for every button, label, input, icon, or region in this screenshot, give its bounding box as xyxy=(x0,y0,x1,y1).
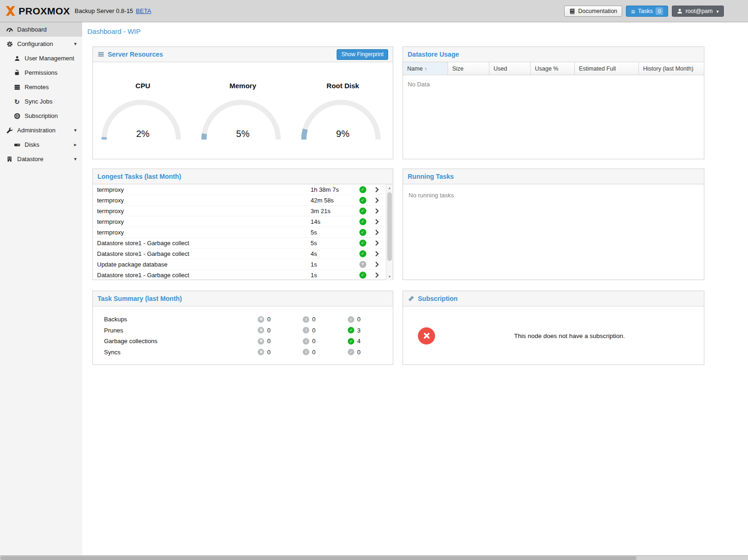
gauge-label: Memory xyxy=(229,82,256,90)
summary-row-syncs[interactable]: Syncs 0 0 0 xyxy=(93,347,393,358)
column-header-size[interactable]: Size xyxy=(448,62,489,75)
warning-count: 0 xyxy=(312,327,315,334)
sidebar-item-configuration[interactable]: Configuration ▾ xyxy=(0,37,82,51)
column-header-name[interactable]: Name ↑ xyxy=(403,62,448,75)
summary-label: Backups xyxy=(104,316,258,323)
topbar-actions: Documentation ≡ Tasks 0 root@pam ▾ xyxy=(564,0,724,22)
beta-link[interactable]: BETA xyxy=(136,7,151,14)
documentation-label: Documentation xyxy=(578,8,617,14)
chevron-right-icon[interactable] xyxy=(370,251,384,257)
task-name: termproxy xyxy=(97,186,311,193)
error-icon xyxy=(258,327,264,333)
task-name: termproxy xyxy=(97,218,311,225)
show-fingerprint-button[interactable]: Show Fingerprint xyxy=(337,49,388,60)
task-duration: 5s xyxy=(311,240,355,247)
gauge-label: Root Disk xyxy=(326,82,359,90)
sidebar-item-permissions[interactable]: Permissions xyxy=(0,65,82,80)
sidebar-item-label: Sync Jobs xyxy=(25,98,52,105)
sidebar-item-dashboard[interactable]: Dashboard xyxy=(0,22,82,37)
task-row[interactable]: termproxy 5s xyxy=(93,227,385,238)
column-header-used[interactable]: Used xyxy=(489,62,531,75)
chevron-right-icon[interactable] xyxy=(370,187,384,193)
scroll-down-arrow[interactable]: ▼ xyxy=(386,273,393,280)
unlock-icon xyxy=(13,69,21,77)
task-row[interactable]: termproxy 14s xyxy=(93,216,385,227)
task-row[interactable]: Datastore store1 - Garbage collect 1s xyxy=(93,270,385,280)
panel-title: Server Resources xyxy=(108,51,163,58)
task-row[interactable]: termproxy 3m 21s xyxy=(93,206,385,216)
task-list-icon: ≡ xyxy=(631,8,635,15)
horizontal-scrollbar[interactable] xyxy=(0,555,748,560)
product-version: Backup Server 0.8-15 xyxy=(75,7,133,14)
book-icon xyxy=(569,8,575,14)
task-row[interactable]: Datastore store1 - Garbage collect 5s xyxy=(93,238,385,248)
task-name: Datastore store1 - Garbage collect xyxy=(97,272,311,279)
error-count: 0 xyxy=(267,349,270,356)
page-title: Dashboard - WIP xyxy=(87,27,748,35)
task-status-icon xyxy=(359,197,366,204)
task-row[interactable]: Datastore store1 - Garbage collect 4s xyxy=(93,248,385,259)
summary-row-garbage-collections[interactable]: Garbage collections 0 0 4 xyxy=(93,336,393,347)
error-count: 0 xyxy=(267,338,270,345)
panel-header: Server Resources Show Fingerprint xyxy=(93,47,393,62)
running-tasks-panel: Running Tasks No running tasks xyxy=(403,169,704,280)
horizontal-scrollbar-thumb[interactable] xyxy=(0,556,637,560)
chevron-right-icon[interactable] xyxy=(370,240,384,246)
task-status-icon xyxy=(359,218,366,225)
warning-count: 0 xyxy=(312,338,315,345)
sidebar-item-datastore[interactable]: Datastore ▾ xyxy=(0,152,82,166)
expand-caret-icon[interactable]: ▾ xyxy=(74,156,77,162)
task-name: termproxy xyxy=(97,229,311,236)
documentation-button[interactable]: Documentation xyxy=(564,6,622,17)
gauge-value: 9% xyxy=(299,129,386,139)
task-row[interactable]: termproxy 42m 58s xyxy=(93,195,385,206)
summary-row-prunes[interactable]: Prunes 0 0 3 xyxy=(93,325,393,336)
task-row[interactable]: termproxy 1h 38m 7s xyxy=(93,184,385,195)
sidebar-item-administration[interactable]: Administration ▾ xyxy=(0,123,82,137)
expand-right-caret-icon[interactable]: ▸ xyxy=(74,142,77,148)
ok-count: 0 xyxy=(357,349,360,356)
expand-caret-icon[interactable]: ▾ xyxy=(74,127,77,133)
no-subscription-icon xyxy=(418,327,435,345)
sidebar-item-sync-jobs[interactable]: ↻ Sync Jobs xyxy=(0,94,82,109)
panel-header: Longest Tasks (last Month) xyxy=(93,169,393,184)
tachometer-icon xyxy=(6,26,13,33)
sidebar-item-disks[interactable]: Disks ▸ xyxy=(0,137,82,152)
warning-icon xyxy=(303,349,309,355)
task-row[interactable]: Update package database 1s xyxy=(93,259,385,270)
column-header-usage-percent[interactable]: Usage % xyxy=(531,62,575,75)
memory-gauge: Memory 5% xyxy=(193,62,293,159)
error-count: 0 xyxy=(267,327,270,334)
datastore-grid-header: Name ↑ Size Used Usage % Estimated Full … xyxy=(403,62,704,75)
chevron-right-icon[interactable] xyxy=(370,219,384,225)
summary-label: Prunes xyxy=(104,327,258,334)
chevron-right-icon[interactable] xyxy=(370,229,384,235)
expand-caret-icon[interactable]: ▾ xyxy=(74,41,77,47)
error-icon xyxy=(258,316,264,323)
main-content: Dashboard - WIP Server Resources Show Fi… xyxy=(82,22,748,555)
scrollbar-thumb[interactable] xyxy=(387,192,392,261)
chevron-right-icon[interactable] xyxy=(370,197,384,203)
sidebar-item-subscription[interactable]: Subscription xyxy=(0,109,82,123)
chevron-right-icon[interactable] xyxy=(370,208,384,214)
warning-icon xyxy=(303,327,309,333)
column-header-history[interactable]: History (last Month) xyxy=(639,62,704,75)
resource-gauges: CPU 2% Memory 5% xyxy=(93,62,393,159)
summary-row-backups[interactable]: Backups 0 0 0 xyxy=(93,314,393,325)
task-duration: 1h 38m 7s xyxy=(311,186,355,193)
sidebar-item-user-management[interactable]: User Management xyxy=(0,51,82,65)
vertical-scrollbar[interactable]: ▲ ▼ xyxy=(386,184,393,280)
server-resources-icon xyxy=(98,51,104,58)
sidebar-item-remotes[interactable]: Remotes xyxy=(0,80,82,94)
task-status-icon xyxy=(359,186,366,193)
task-status-icon xyxy=(359,272,366,279)
chevron-right-icon[interactable] xyxy=(370,261,384,267)
user-name-label: root@pam xyxy=(685,8,713,14)
column-header-estimated-full[interactable]: Estimated Full xyxy=(575,62,639,75)
column-label: Estimated Full xyxy=(579,65,616,72)
tasks-button[interactable]: ≡ Tasks 0 xyxy=(626,6,668,17)
task-duration: 4s xyxy=(311,250,355,257)
user-menu-button[interactable]: root@pam ▾ xyxy=(672,6,724,17)
chevron-right-icon[interactable] xyxy=(370,272,384,278)
scroll-up-arrow[interactable]: ▲ xyxy=(386,184,393,191)
